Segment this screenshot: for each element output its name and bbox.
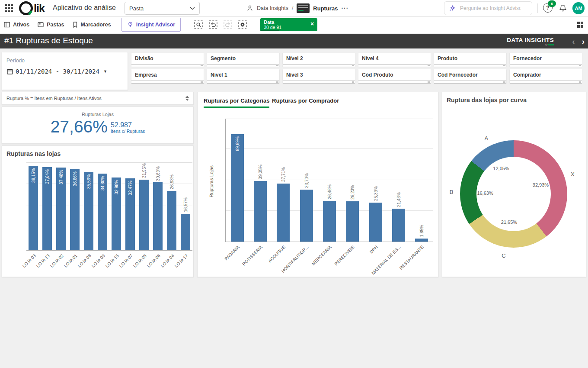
slice-value-x: 32,93% [533, 182, 549, 187]
bar-loja-05[interactable]: 31,95% [139, 180, 149, 250]
bar-loja-03[interactable]: 38,15% [29, 166, 38, 250]
insight-advisor-search[interactable] [444, 1, 532, 15]
sheet-selector-dropdown[interactable]: Pasta [125, 2, 200, 15]
kpi-expression-label: Ruptura % = Ítens em Rupturas / Ítens At… [6, 96, 102, 101]
categories-bar-chart-card: Rupturas por Categorias Rupturas por Com… [197, 92, 438, 277]
bar-loja-08[interactable]: 35,56% [84, 172, 93, 250]
filter-label: Comprador [510, 69, 582, 81]
clear-selections-icon[interactable] [238, 20, 247, 29]
selection-chip-data[interactable]: Data 30 de 91 × [260, 18, 317, 31]
app-bar-right: ? 6 AM [444, 0, 585, 16]
bar-loja-13[interactable]: 37,64% [42, 167, 52, 250]
filter-n-vel-4[interactable]: Nível 4 [358, 53, 431, 64]
bookmark-icon [72, 21, 78, 28]
bar-loja-17[interactable]: 16,57% [181, 214, 190, 251]
bar-loja-15[interactable]: 32,98% [112, 178, 121, 250]
bar-loja-02[interactable]: 37,48% [56, 168, 66, 250]
bar-loja-07[interactable]: 32,47% [125, 178, 135, 250]
bar-material-de-es[interactable]: 21,43% [392, 209, 405, 242]
bar-value-label: 30,69% [156, 166, 160, 181]
assets-button[interactable]: Ativos [3, 21, 29, 28]
app-thumbnail[interactable] [297, 3, 310, 13]
chart-title: Ruptura das lojas por curva [447, 97, 527, 103]
filter-c-d-fornecedor[interactable]: Cód Fornecedor [434, 69, 506, 81]
clear-selection-icon[interactable]: × [310, 20, 314, 27]
slice-label-x: X [571, 171, 575, 177]
chevron-down-icon [190, 6, 195, 10]
search-input[interactable] [459, 5, 521, 12]
filter-fornecedor[interactable]: Fornecedor [510, 53, 582, 64]
insight-advisor-button[interactable]: Insight Advisor [121, 18, 181, 32]
divider [537, 3, 538, 13]
next-sheet-button[interactable]: › [582, 37, 585, 45]
bell-icon[interactable] [559, 4, 567, 13]
step-back-icon[interactable] [208, 20, 218, 29]
bar-padaria[interactable]: 69,69% [231, 134, 244, 242]
brand-logo: DATA INSIGHTS by [507, 37, 554, 46]
bar-rotisseria[interactable]: 39,35% [254, 181, 267, 242]
help-button[interactable]: ? 6 [543, 3, 553, 13]
categories-plot: 69,69%39,35%37,71%33,70%26,46%26,23%25,3… [225, 119, 433, 242]
slice-value-b: 16,63% [477, 190, 493, 196]
previous-sheet-button[interactable]: ‹ [572, 37, 575, 45]
bar-value-label: 36,66% [73, 171, 77, 186]
period-filter-card: Período 01/11/2024 - 30/11/2024 ▼ [2, 52, 128, 90]
chart-title: Rupturas nas lojas [6, 150, 61, 157]
filter-divis-o[interactable]: Divisão [131, 53, 204, 64]
bar-value-label: 26,93% [169, 174, 174, 189]
filter-c-d-produto[interactable]: Cód Produto [358, 69, 431, 81]
bookmarks-button[interactable]: Marcadores [72, 21, 111, 28]
step-forward-icon[interactable] [223, 20, 233, 29]
filter-segmento[interactable]: Segmento [207, 53, 279, 64]
tab-rupturas-por-categorias[interactable]: Rupturas por Categorias [204, 97, 269, 108]
bar-value-label: 39,35% [258, 165, 262, 179]
selection-tools [194, 20, 247, 29]
bar-loja-09[interactable]: 34,80% [98, 174, 107, 250]
filter-empresa[interactable]: Empresa [131, 69, 204, 81]
smart-search-icon[interactable] [194, 20, 203, 29]
bar-loja-01[interactable]: 36,66% [70, 169, 80, 250]
filter-comprador[interactable]: Comprador [510, 69, 582, 81]
slice-value-a: 12,05% [493, 166, 509, 171]
space-user-icon [246, 5, 253, 12]
period-label: Período [6, 58, 25, 64]
filter-grid: DivisãoSegmentoNível 2Nível 4ProdutoForn… [131, 53, 586, 89]
filter-n-vel-1[interactable]: Nível 1 [207, 69, 279, 81]
kpi-card: Rupturas Lojas 27,66% 52.987 Itens c/ Ru… [2, 107, 194, 144]
avatar[interactable]: AM [572, 2, 585, 14]
bar-value-label: 35,56% [86, 174, 91, 189]
slice-value-c: 21,65% [501, 220, 517, 225]
bar-loja-06[interactable]: 30,69% [153, 182, 163, 250]
dropdown-triangle-icon: ▼ [103, 69, 107, 74]
sheet-title-bar: #1 Rupturas de Estoque DATA INSIGHTS by … [0, 34, 588, 48]
bar-pereciveis[interactable]: 26,23% [346, 201, 359, 242]
date-range-picker[interactable]: 01/11/2024 - 30/11/2024 ▼ [6, 68, 107, 75]
breadcrumb: Data Insights / Rupturas ··· [246, 0, 348, 16]
bar-restaurante[interactable]: 1,85% [415, 239, 428, 242]
filter-n-vel-3[interactable]: Nível 3 [283, 69, 355, 81]
breadcrumb-separator: / [292, 5, 293, 11]
breadcrumb-app-name: Rupturas [313, 5, 338, 12]
tab-rupturas-por-comprador[interactable]: Rupturas por Comprador [272, 97, 339, 107]
filter-n-vel-2[interactable]: Nível 2 [283, 53, 355, 64]
qlik-logo[interactable]: lik [19, 1, 45, 15]
bar-value-label: 21,43% [396, 192, 401, 207]
breadcrumb-space[interactable]: Data Insights [257, 5, 288, 11]
bar-hortifrutigr[interactable]: 33,70% [300, 190, 313, 242]
bar-acougue[interactable]: 37,71% [277, 184, 290, 242]
gridline [226, 180, 433, 180]
app-options-button[interactable]: ··· [341, 5, 348, 12]
assets-panel-icon [3, 21, 10, 28]
sheet-selector-value: Pasta [129, 5, 144, 12]
bar-loja-04[interactable]: 26,93% [167, 191, 176, 250]
sheets-button[interactable]: Pastas [37, 21, 64, 28]
sheet-grid-icon[interactable] [577, 21, 584, 28]
bar-mercearia[interactable]: 26,46% [323, 201, 336, 242]
app-launcher-icon[interactable] [5, 4, 13, 12]
bar-value-label: 69,69% [235, 136, 240, 151]
filter-label: Nível 1 [207, 69, 279, 81]
filter-produto[interactable]: Produto [434, 53, 506, 64]
kpi-expression-box[interactable]: Ruptura % = Ítens em Rupturas / Ítens At… [2, 92, 194, 105]
bar-dph[interactable]: 25,39% [369, 203, 382, 242]
filter-label: Divisão [131, 53, 204, 64]
